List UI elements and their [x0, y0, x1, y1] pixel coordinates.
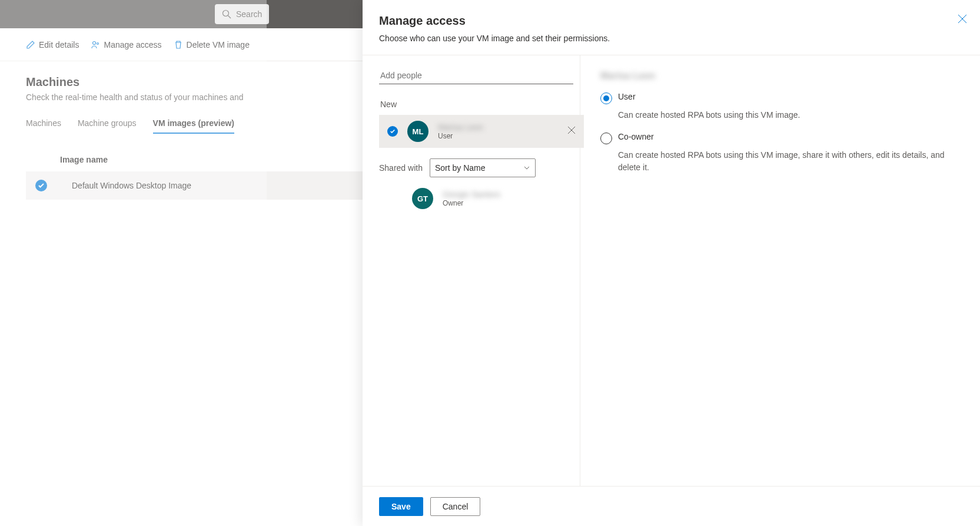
shared-with-label: Shared with	[379, 163, 423, 173]
panel-left: New ML Marisa Leon User Shared with	[363, 55, 580, 486]
add-people-input[interactable]	[379, 67, 573, 84]
new-person-card[interactable]: ML Marisa Leon User	[379, 115, 584, 148]
shared-with-row: Shared with Sort by Name	[379, 158, 572, 177]
search-placeholder: Search	[236, 9, 262, 19]
person-info: Marisa Leon User	[438, 123, 558, 141]
people-icon	[91, 40, 100, 49]
shared-person-row[interactable]: GT Giorgio Santoro Owner	[379, 188, 572, 209]
svg-point-0	[223, 11, 229, 16]
tab-machines[interactable]: Machines	[26, 118, 61, 134]
manage-access-panel: Manage access Choose who can use your VM…	[363, 0, 980, 526]
sort-select[interactable]: Sort by Name	[430, 158, 536, 177]
trash-icon	[174, 40, 183, 49]
permission-user-option[interactable]: User	[600, 92, 960, 104]
edit-details-button[interactable]: Edit details	[26, 40, 79, 49]
person-selected-icon	[387, 126, 398, 137]
person-role: User	[438, 132, 558, 140]
person-name: Marisa Leon	[438, 123, 558, 133]
panel-right: Marisa Leon User Can create hosted RPA b…	[580, 55, 980, 486]
radio-icon	[600, 92, 612, 104]
avatar: GT	[412, 188, 433, 209]
pencil-icon	[26, 40, 35, 49]
radio-label: Co-owner	[618, 132, 654, 141]
tab-machine-groups[interactable]: Machine groups	[78, 118, 137, 134]
panel-body: New ML Marisa Leon User Shared with	[363, 55, 980, 486]
row-image-name: Default Windows Desktop Image	[59, 181, 191, 190]
panel-title: Manage access	[379, 14, 964, 28]
panel-footer: Save Cancel	[363, 486, 980, 526]
search-box[interactable]: Search	[215, 4, 269, 24]
new-section-label: New	[379, 100, 572, 109]
save-button[interactable]: Save	[379, 497, 423, 516]
panel-header: Manage access Choose who can use your VM…	[363, 0, 980, 55]
permission-coowner-description: Can create hosted RPA bots using this VM…	[618, 149, 960, 174]
manage-access-button[interactable]: Manage access	[91, 40, 161, 49]
permission-coowner-option[interactable]: Co-owner	[600, 132, 960, 144]
chevron-down-icon	[523, 164, 530, 171]
delete-vm-button[interactable]: Delete VM image	[174, 40, 250, 49]
panel-subtitle: Choose who can use your VM image and set…	[379, 34, 964, 43]
person-name: Giorgio Santoro	[443, 190, 572, 200]
cancel-button[interactable]: Cancel	[430, 497, 481, 516]
svg-line-1	[228, 16, 231, 19]
remove-person-button[interactable]	[567, 126, 576, 137]
selected-person-name: Marisa Leon	[600, 71, 960, 81]
svg-point-3	[97, 42, 99, 44]
permission-user-description: Can create hosted RPA bots using this VM…	[618, 109, 960, 121]
search-icon	[222, 9, 231, 19]
person-role: Owner	[443, 199, 572, 207]
close-button[interactable]	[958, 14, 967, 26]
radio-label: User	[618, 92, 636, 101]
row-checkmark-icon[interactable]	[35, 180, 47, 191]
avatar: ML	[407, 121, 428, 142]
x-icon	[567, 126, 576, 134]
svg-point-2	[93, 41, 96, 44]
tab-vm-images[interactable]: VM images (preview)	[153, 118, 235, 134]
person-info: Giorgio Santoro Owner	[443, 190, 572, 208]
close-icon	[958, 14, 967, 24]
radio-icon	[600, 133, 612, 144]
